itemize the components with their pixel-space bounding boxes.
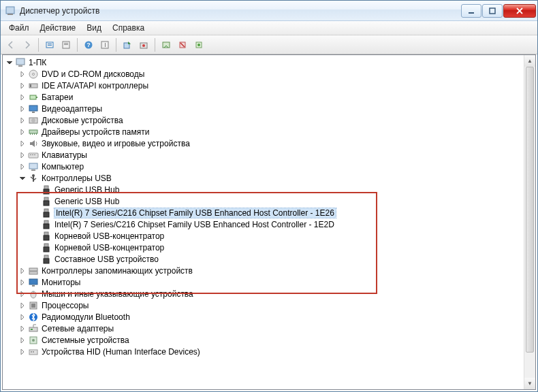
tree-item-label: Generic USB Hub — [54, 197, 119, 206]
expand-icon[interactable] — [18, 70, 27, 78]
tree-category[interactable]: Дисковые устройства — [3, 114, 524, 126]
expand-icon[interactable] — [18, 116, 27, 125]
tree-usb-child[interactable]: Intel(R) 7 Series/C216 Chipset Family US… — [3, 207, 524, 218]
collapse-icon[interactable] — [18, 174, 27, 182]
svg-rect-38 — [29, 153, 38, 158]
expand-icon[interactable] — [18, 128, 27, 136]
tree-category[interactable]: Драйверы устройств памяти — [3, 126, 524, 137]
expand-icon[interactable] — [18, 151, 27, 159]
help-button[interactable]: ? — [81, 37, 96, 52]
tree-usb-child[interactable]: Корневой USB-концентратор — [3, 230, 524, 242]
expand-icon[interactable] — [18, 313, 27, 321]
expand-icon[interactable] — [18, 105, 27, 113]
vertical-scrollbar[interactable]: ▲ ▼ — [524, 55, 535, 389]
menu-file[interactable]: Файл — [3, 21, 35, 35]
expand-icon[interactable] — [18, 140, 27, 148]
tree-category[interactable]: DVD и CD-ROM дисководы — [3, 68, 524, 80]
tree-usb-child[interactable]: Составное USB устройство — [3, 253, 524, 265]
memory-icon — [28, 127, 39, 137]
uninstall-button[interactable] — [136, 37, 151, 52]
expand-icon[interactable] — [18, 93, 27, 101]
tree-category[interactable]: Процессоры — [3, 299, 524, 311]
keyboard-icon — [28, 150, 39, 161]
monitor-icon — [28, 277, 39, 288]
tree-category[interactable]: Мыши и иные указывающие устройства — [3, 288, 524, 299]
tree-item-label: Составное USB устройство — [54, 255, 159, 264]
svg-rect-35 — [32, 133, 33, 135]
tree-item-label: Intel(R) 7 Series/C216 Chipset Family US… — [54, 208, 336, 218]
tree-category[interactable]: Сетевые адаптеры — [3, 323, 524, 334]
disable-button[interactable] — [175, 37, 190, 52]
svg-rect-55 — [44, 235, 49, 240]
menu-view[interactable]: Вид — [81, 21, 107, 35]
svg-rect-37 — [36, 133, 37, 135]
tree-usb-child[interactable]: Generic USB Hub — [3, 195, 524, 207]
svg-rect-70 — [31, 329, 33, 330]
svg-rect-50 — [44, 209, 48, 212]
menubar: Файл Действие Вид Справка — [1, 21, 537, 35]
expand-icon[interactable] — [18, 163, 27, 171]
expand-icon[interactable] — [18, 278, 27, 287]
tree-category[interactable]: Компьютер — [3, 161, 524, 172]
forward-button[interactable] — [20, 37, 35, 52]
svg-rect-60 — [29, 268, 37, 271]
window-title: Диспетчер устройств — [20, 6, 461, 16]
show-hidden-button[interactable] — [42, 37, 57, 52]
expand-icon[interactable] — [18, 290, 27, 298]
properties-button[interactable] — [59, 37, 74, 52]
toolbar-separator — [77, 38, 78, 52]
tree-category[interactable]: IDE ATA/ATAPI контроллеры — [3, 80, 524, 91]
device-tree[interactable]: 1-ПКDVD и CD-ROM дисководыIDE ATA/ATAPI … — [3, 55, 524, 389]
scan-hardware-button[interactable] — [159, 37, 174, 52]
scroll-thumb[interactable] — [526, 67, 534, 353]
svg-rect-57 — [44, 247, 49, 252]
tree-category[interactable]: Батареи — [3, 91, 524, 103]
expand-icon[interactable] — [18, 325, 27, 333]
disc-icon — [28, 69, 39, 80]
menu-action[interactable]: Действие — [35, 21, 82, 35]
storage-icon — [28, 265, 39, 276]
tree-category[interactable]: Радиомодули Bluetooth — [3, 311, 524, 323]
tree-usb-child[interactable]: Корневой USB-концентратор — [3, 242, 524, 253]
tree-usb-child[interactable]: Generic USB Hub — [3, 184, 524, 195]
svg-rect-34 — [30, 133, 31, 135]
svg-rect-61 — [29, 272, 37, 274]
expand-icon[interactable] — [18, 267, 27, 275]
tree-category[interactable]: Контроллеры запоминающих устройств — [3, 265, 524, 276]
menu-help[interactable]: Справка — [107, 21, 150, 35]
tree-category[interactable]: Звуковые, видео и игровые устройства — [3, 137, 524, 149]
close-button[interactable] — [503, 4, 536, 18]
enable-button[interactable] — [191, 37, 206, 52]
tree-category[interactable]: Мониторы — [3, 276, 524, 288]
svg-point-72 — [32, 339, 35, 342]
hid-icon — [28, 346, 39, 357]
svg-rect-29 — [29, 105, 37, 111]
scroll-down-button[interactable]: ▼ — [524, 378, 535, 389]
tree-item-label: 1-ПК — [29, 58, 46, 67]
minimize-button[interactable] — [461, 4, 481, 18]
svg-rect-69 — [29, 327, 37, 331]
svg-rect-9 — [64, 44, 68, 45]
back-button[interactable] — [3, 37, 18, 52]
collapse-icon[interactable] — [5, 59, 14, 67]
tree-category[interactable]: Клавиатуры — [3, 149, 524, 161]
ide-icon — [28, 80, 39, 91]
svg-point-74 — [31, 351, 32, 353]
tree-root[interactable]: 1-ПК — [3, 56, 524, 68]
tree-usb-child[interactable]: Intel(R) 7 Series/C216 Chipset Family US… — [3, 218, 524, 230]
svg-rect-13 — [105, 43, 106, 47]
maximize-button[interactable] — [482, 4, 503, 18]
expand-icon[interactable] — [18, 336, 27, 344]
expand-icon[interactable] — [18, 82, 27, 90]
tree-category[interactable]: Устройства HID (Human Interface Devices) — [3, 346, 524, 357]
expand-icon[interactable] — [18, 301, 27, 310]
tree-category-usb[interactable]: Контроллеры USB — [3, 172, 524, 184]
expand-icon[interactable] — [18, 348, 27, 356]
action-button[interactable] — [97, 37, 112, 52]
scroll-up-button[interactable]: ▲ — [524, 55, 535, 67]
update-driver-button[interactable] — [120, 37, 135, 52]
tree-category[interactable]: Системные устройства — [3, 334, 524, 346]
tree-category[interactable]: Видеоадаптеры — [3, 103, 524, 114]
computer-icon — [28, 161, 39, 172]
svg-point-75 — [33, 351, 34, 353]
